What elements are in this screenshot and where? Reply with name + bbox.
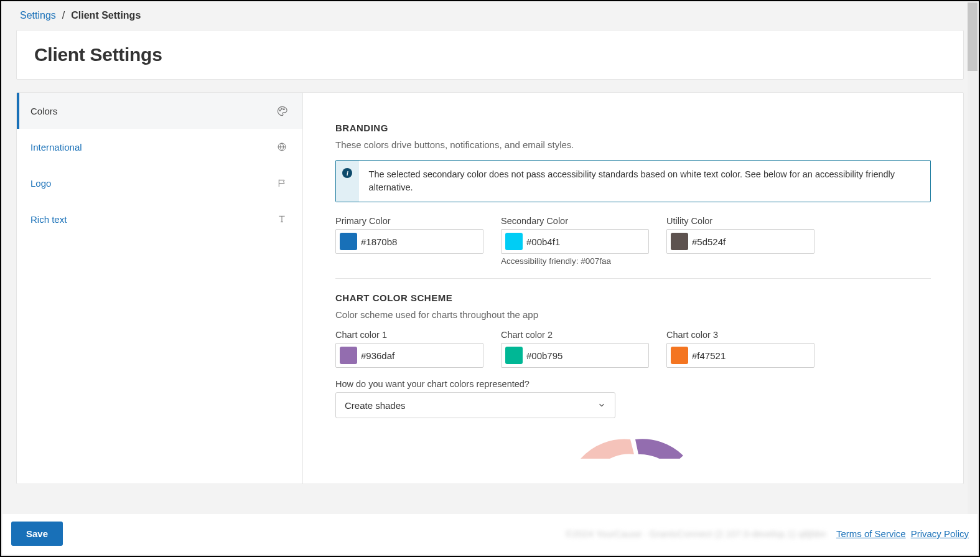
branding-title: BRANDING [335, 123, 931, 133]
chart-scheme-title: CHART COLOR SCHEME [335, 293, 931, 303]
privacy-link[interactable]: Privacy Policy [911, 528, 969, 539]
svg-point-1 [281, 108, 282, 110]
secondary-color-input[interactable] [501, 229, 649, 254]
terms-link[interactable]: Terms of Service [836, 528, 906, 539]
sidebar-item-label: Colors [30, 106, 57, 116]
main-content: BRANDING These colors drive buttons, not… [303, 93, 963, 484]
chart-color2-field: Chart color 2 [501, 330, 649, 368]
chart-color2-input[interactable] [501, 343, 649, 368]
page-title: Client Settings [34, 44, 946, 65]
chart-preview [335, 437, 931, 459]
info-icon-column: i [336, 161, 359, 202]
scrollbar-track[interactable] [968, 2, 978, 555]
breadcrumb: Settings / Client Settings [7, 1, 973, 30]
palette-icon [276, 105, 287, 116]
chart-color2-label: Chart color 2 [501, 330, 649, 340]
primary-color-input[interactable] [335, 229, 483, 254]
chart-color1-input[interactable] [335, 343, 483, 368]
breadcrumb-current: Client Settings [71, 10, 141, 21]
branding-description: These colors drive buttons, notification… [335, 139, 931, 150]
representation-value: Create shades [345, 400, 406, 411]
secondary-color-value[interactable] [526, 236, 645, 247]
chart-color3-label: Chart color 3 [666, 330, 814, 340]
sidebar-item-international[interactable]: International [17, 129, 302, 165]
chart-scheme-description: Color scheme used for charts throughout … [335, 309, 931, 320]
utility-color-label: Utility Color [666, 216, 814, 226]
representation-label: How do you want your chart colors repres… [335, 379, 931, 389]
sidebar-item-label: Rich text [30, 214, 67, 225]
info-icon: i [342, 168, 352, 178]
primary-color-label: Primary Color [335, 216, 483, 226]
breadcrumb-separator: / [62, 10, 65, 21]
chart-color3-field: Chart color 3 [666, 330, 814, 368]
breadcrumb-settings-link[interactable]: Settings [20, 10, 56, 21]
chart-color3-swatch[interactable] [671, 347, 688, 364]
sidebar-item-logo[interactable]: Logo [17, 165, 302, 201]
utility-color-value[interactable] [692, 236, 810, 247]
footer-copyright: ©2024 YourCause · GrantsConnect (2.107.0… [566, 528, 826, 539]
chart-color2-value[interactable] [526, 350, 645, 361]
sidebar-item-colors[interactable]: Colors [17, 93, 302, 129]
chart-color1-swatch[interactable] [340, 347, 357, 364]
save-button[interactable]: Save [11, 522, 63, 546]
primary-color-swatch[interactable] [340, 233, 357, 250]
text-icon [276, 213, 287, 225]
sidebar-item-label: International [30, 142, 82, 152]
scrollbar-thumb[interactable] [968, 2, 978, 71]
utility-color-swatch[interactable] [671, 233, 688, 250]
secondary-color-label: Secondary Color [501, 216, 649, 226]
utility-color-input[interactable] [666, 229, 814, 254]
footer-bar: Save ©2024 YourCause · GrantsConnect (2.… [2, 514, 978, 555]
chart-color1-label: Chart color 1 [335, 330, 483, 340]
info-banner: i The selected secondary color does not … [335, 160, 931, 202]
sidebar-item-rich-text[interactable]: Rich text [17, 201, 302, 237]
secondary-color-helper: Accessibility friendly: #007faa [501, 256, 649, 266]
flag-icon [276, 177, 287, 189]
svg-point-0 [279, 110, 281, 111]
chart-color2-swatch[interactable] [505, 347, 523, 364]
svg-point-2 [283, 108, 284, 110]
utility-color-field: Utility Color [666, 216, 814, 266]
chevron-down-icon [597, 401, 606, 410]
representation-select[interactable]: Create shades [335, 392, 615, 418]
sidebar-item-label: Logo [30, 178, 51, 189]
chart-color1-field: Chart color 1 [335, 330, 483, 368]
secondary-color-field: Secondary Color Accessibility friendly: … [501, 216, 649, 266]
secondary-color-swatch[interactable] [505, 233, 523, 250]
globe-icon [276, 141, 287, 152]
page-header: Client Settings [16, 30, 964, 80]
content-card: Colors International [16, 92, 964, 484]
chart-color1-value[interactable] [361, 350, 479, 361]
primary-color-value[interactable] [361, 236, 479, 247]
section-divider [335, 278, 931, 279]
chart-color3-value[interactable] [692, 350, 810, 361]
chart-color3-input[interactable] [666, 343, 814, 368]
info-message: The selected secondary color does not pa… [359, 161, 930, 202]
primary-color-field: Primary Color [335, 216, 483, 266]
settings-sidebar: Colors International [17, 93, 303, 484]
